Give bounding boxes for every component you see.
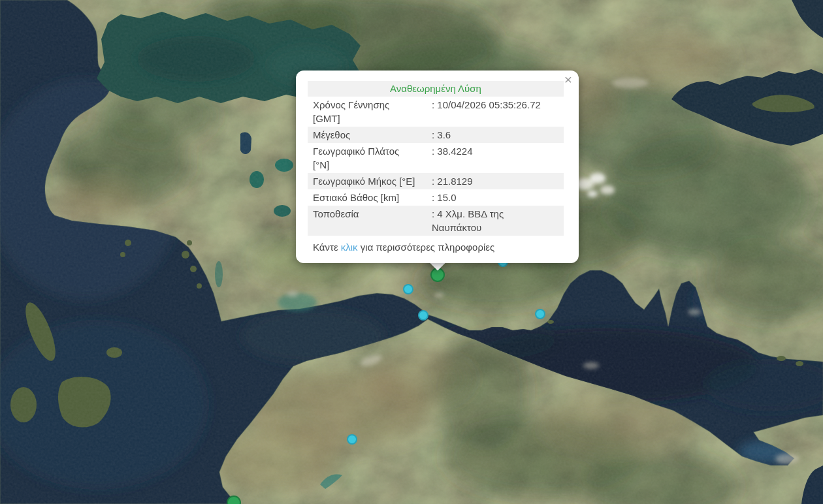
row-value: : 10/04/2026 05:35:26.72 (432, 98, 558, 125)
more-info-link[interactable]: κλικ (341, 242, 358, 253)
row-label: Μέγεθος (313, 128, 432, 142)
popup-close-button[interactable]: × (564, 72, 572, 86)
popup-row-origin-time: Χρόνος Γέννησης [GMT] : 10/04/2026 05:35… (308, 97, 564, 127)
row-value: : 15.0 (432, 191, 558, 204)
row-value: : 4 Χλμ. ΒΒΔ της Ναυπάκτου (432, 207, 558, 234)
row-label: Γεωγραφικό Πλάτος [°N] (313, 144, 432, 172)
earthquake-map-app: × Αναθεωρημένη Λύση Χρόνος Γέννησης [GMT… (0, 0, 823, 504)
row-label: Τοποθεσία (313, 207, 432, 234)
popup-row-location: Τοποθεσία : 4 Χλμ. ΒΒΔ της Ναυπάκτου (308, 206, 564, 236)
popup-row-magnitude: Μέγεθος : 3.6 (308, 127, 564, 143)
popup-row-latitude: Γεωγραφικό Πλάτος [°N] : 38.4224 (308, 143, 564, 173)
earthquake-marker[interactable] (418, 310, 428, 321)
row-value: : 21.8129 (432, 174, 558, 188)
earthquake-marker[interactable] (535, 309, 545, 319)
row-label: Χρόνος Γέννησης [GMT] (313, 98, 432, 125)
popup-title: Αναθεωρημένη Λύση (308, 81, 564, 97)
footer-text-suffix: για περισσότερες πληροφορίες (358, 242, 495, 253)
earthquake-marker[interactable] (347, 434, 357, 445)
row-value: : 3.6 (432, 128, 558, 142)
earthquake-info-popup: × Αναθεωρημένη Λύση Χρόνος Γέννησης [GMT… (296, 71, 579, 263)
popup-row-longitude: Γεωγραφικό Μήκος [°E] : 21.8129 (308, 173, 564, 189)
footer-text-prefix: Κάντε (313, 242, 341, 253)
row-label: Εστιακό Βάθος [km] (313, 191, 432, 204)
row-label: Γεωγραφικό Μήκος [°E] (313, 174, 432, 188)
popup-footer: Κάντε κλικ για περισσότερες πληροφορίες (308, 236, 564, 255)
earthquake-marker[interactable] (403, 284, 413, 294)
popup-row-depth: Εστιακό Βάθος [km] : 15.0 (308, 189, 564, 206)
row-value: : 38.4224 (432, 144, 558, 172)
